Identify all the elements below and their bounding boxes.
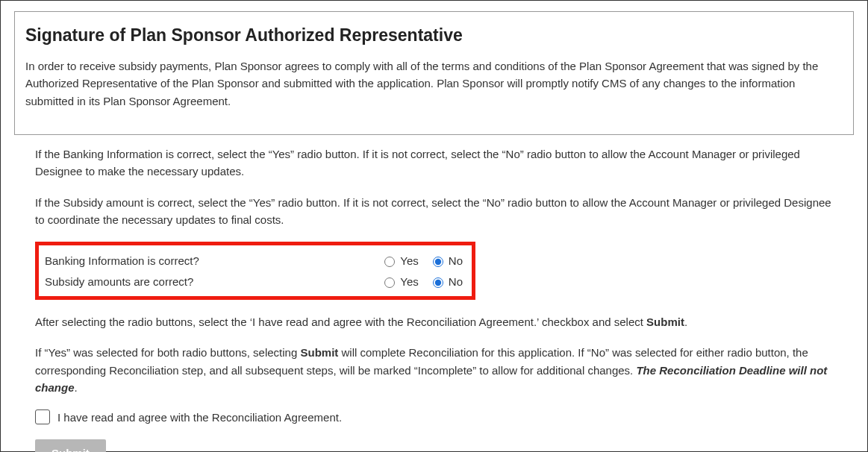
q2-yes-option[interactable]: Yes — [381, 275, 418, 288]
instruction-yes-no-outcome: If “Yes” was selected for both radio but… — [14, 344, 854, 396]
q1-yes-option[interactable]: Yes — [381, 254, 418, 267]
radio-label-yes: Yes — [400, 275, 418, 288]
radio-question-group: Banking Information is correct? Yes No S… — [35, 242, 475, 300]
text-bold: Submit — [300, 346, 338, 359]
q1-no-option[interactable]: No — [429, 254, 463, 267]
submit-button[interactable]: Submit — [35, 439, 106, 452]
text-fragment: If “Yes” was selected for both radio but… — [35, 346, 300, 359]
agreement-checkbox[interactable] — [35, 409, 50, 424]
text-fragment: After selecting the radio buttons, selec… — [35, 316, 646, 328]
radio-label-no: No — [449, 275, 463, 288]
q2-no-option[interactable]: No — [429, 275, 463, 288]
instruction-after-select: After selecting the radio buttons, selec… — [14, 313, 854, 330]
question-banking-label: Banking Information is correct? — [45, 254, 375, 267]
radio-label-yes: Yes — [400, 254, 418, 267]
q2-yes-radio[interactable] — [384, 277, 395, 288]
panel-heading: Signature of Plan Sponsor Authorized Rep… — [25, 25, 834, 45]
question-subsidy-row: Subsidy amounts are correct? Yes No — [45, 271, 463, 292]
q1-no-radio[interactable] — [433, 257, 443, 267]
agreement-checkbox-label: I have read and agree with the Reconcili… — [57, 411, 342, 424]
text-fragment: . — [684, 316, 687, 328]
text-bold: Submit — [646, 316, 684, 328]
q1-yes-radio[interactable] — [384, 257, 395, 267]
agreement-scroll-panel[interactable]: Signature of Plan Sponsor Authorized Rep… — [14, 11, 854, 135]
instruction-banking: If the Banking Information is correct, s… — [14, 145, 854, 181]
agreement-checkbox-row: I have read and agree with the Reconcili… — [35, 409, 854, 424]
form-frame: Signature of Plan Sponsor Authorized Rep… — [0, 0, 868, 452]
radio-label-no: No — [449, 254, 463, 267]
panel-body-text: In order to receive subsidy payments, Pl… — [25, 57, 834, 110]
instruction-subsidy: If the Subsidy amount is correct, select… — [14, 194, 854, 229]
text-fragment: . — [75, 381, 78, 394]
question-banking-row: Banking Information is correct? Yes No — [45, 250, 463, 271]
question-subsidy-label: Subsidy amounts are correct? — [45, 275, 375, 288]
q2-no-radio[interactable] — [433, 277, 443, 288]
